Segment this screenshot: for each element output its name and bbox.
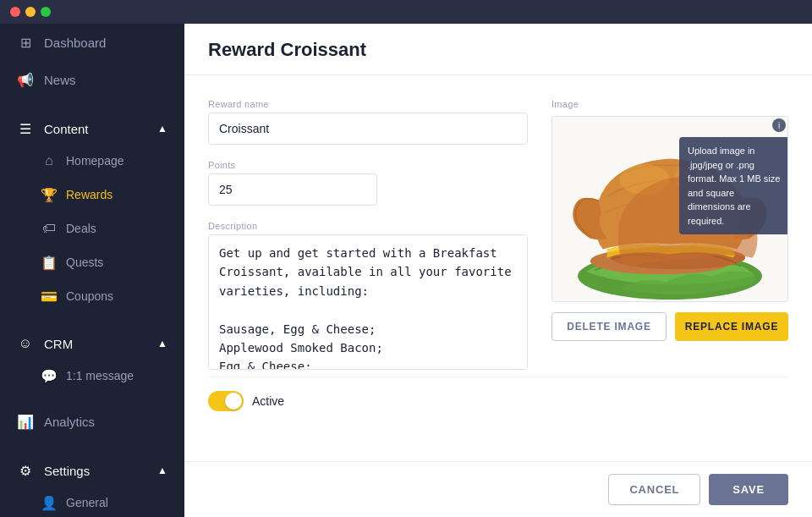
- news-icon: 📢: [17, 71, 34, 88]
- sidebar-item-analytics[interactable]: 📊 Analytics: [0, 403, 184, 440]
- page-title: Reward Croissant: [208, 39, 788, 61]
- sidebar-item-crm[interactable]: ☺ CRM ▲: [0, 323, 184, 359]
- sidebar-item-settings[interactable]: ⚙ Settings ▲: [0, 450, 184, 486]
- sidebar-item-label: CRM: [44, 337, 73, 351]
- description-label: Description: [208, 221, 528, 231]
- sidebar-item-news[interactable]: 📢 News: [0, 61, 184, 98]
- dashboard-icon: ⊞: [17, 34, 34, 51]
- sidebar-item-message[interactable]: 💬 1:1 message: [0, 359, 184, 393]
- sidebar-item-label: Analytics: [44, 415, 95, 429]
- sidebar-item-rewards[interactable]: 🏆 Rewards: [0, 178, 184, 212]
- sidebar-item-quests[interactable]: 📋 Quests: [0, 245, 184, 279]
- minimize-dot[interactable]: [25, 7, 36, 17]
- chevron-settings-icon: ▲: [157, 465, 167, 476]
- sidebar-item-label: Homepage: [66, 154, 124, 168]
- points-group: Points: [208, 160, 528, 206]
- sidebar-item-label: Content: [44, 122, 89, 136]
- sidebar-item-deals[interactable]: 🏷 Deals: [0, 212, 184, 245]
- points-input[interactable]: [208, 173, 377, 206]
- toggle-knob: [225, 393, 242, 410]
- titlebar: [0, 0, 812, 24]
- image-section: Image: [551, 99, 788, 370]
- sidebar-item-label: News: [44, 73, 76, 87]
- left-fields: Reward name Points Description Get up an…: [208, 99, 528, 370]
- app-container: ⊞ Dashboard 📢 News ☰ Content ▲ ⌂ Homepag…: [0, 24, 812, 517]
- sidebar-item-label: Rewards: [66, 188, 112, 201]
- main-content: Reward Croissant Reward name Points: [184, 24, 812, 517]
- sidebar-item-label: Coupons: [66, 289, 113, 303]
- sidebar-item-content[interactable]: ☰ Content ▲: [0, 108, 184, 144]
- delete-image-button[interactable]: DELETE IMAGE: [551, 312, 667, 341]
- sidebar-item-general[interactable]: 👤 General: [0, 486, 184, 517]
- form-panel: Reward name Points Description Get up an…: [184, 75, 812, 461]
- sidebar: ⊞ Dashboard 📢 News ☰ Content ▲ ⌂ Homepag…: [0, 24, 184, 517]
- sidebar-item-label: Settings: [44, 464, 90, 478]
- active-label: Active: [252, 394, 284, 408]
- page-header: Reward Croissant: [184, 24, 812, 75]
- chevron-crm-icon: ▲: [157, 338, 167, 349]
- rewards-icon: 🏆: [41, 186, 58, 203]
- sidebar-item-label: General: [66, 496, 108, 509]
- active-toggle[interactable]: [208, 391, 244, 411]
- image-actions: DELETE IMAGE REPLACE IMAGE: [551, 312, 788, 341]
- deals-icon: 🏷: [41, 220, 58, 237]
- settings-icon: ⚙: [17, 462, 34, 479]
- main-form-row: Reward name Points Description Get up an…: [208, 99, 788, 370]
- analytics-icon: 📊: [17, 413, 34, 430]
- quests-icon: 📋: [41, 254, 58, 271]
- sidebar-item-label: Deals: [66, 222, 96, 235]
- image-tooltip: Upload image in .jpg/jpeg or .png format…: [679, 137, 788, 234]
- reward-name-group: Reward name: [208, 99, 528, 145]
- image-container: i Upload image in .jpg/jpeg or .png form…: [551, 116, 788, 302]
- crm-icon: ☺: [17, 335, 34, 352]
- description-group: Description Get up and get started with …: [208, 221, 528, 370]
- save-button[interactable]: SAVE: [709, 474, 788, 505]
- info-icon[interactable]: i: [772, 118, 786, 132]
- coupons-icon: 💳: [41, 288, 58, 305]
- reward-name-label: Reward name: [208, 99, 528, 109]
- sidebar-item-homepage[interactable]: ⌂ Homepage: [0, 144, 184, 178]
- sidebar-item-label: 1:1 message: [66, 369, 134, 382]
- content-icon: ☰: [17, 120, 34, 137]
- reward-name-input[interactable]: [208, 113, 528, 145]
- image-label: Image: [551, 99, 579, 109]
- action-bar: CANCEL SAVE: [184, 461, 812, 517]
- close-dot[interactable]: [10, 7, 20, 17]
- points-label: Points: [208, 160, 528, 170]
- sidebar-item-dashboard[interactable]: ⊞ Dashboard: [0, 24, 184, 61]
- homepage-icon: ⌂: [41, 152, 58, 169]
- description-textarea[interactable]: Get up and get started with a Breakfast …: [208, 234, 528, 370]
- sidebar-item-coupons[interactable]: 💳 Coupons: [0, 279, 184, 313]
- general-icon: 👤: [41, 494, 58, 511]
- cancel-button[interactable]: CANCEL: [608, 474, 700, 505]
- sidebar-item-label: Dashboard: [44, 36, 106, 50]
- maximize-dot[interactable]: [41, 7, 51, 17]
- sidebar-item-label: Quests: [66, 256, 103, 269]
- message-icon: 💬: [41, 367, 58, 384]
- chevron-down-icon: ▲: [157, 123, 167, 135]
- active-row: Active: [208, 377, 788, 425]
- replace-image-button[interactable]: REPLACE IMAGE: [675, 312, 788, 341]
